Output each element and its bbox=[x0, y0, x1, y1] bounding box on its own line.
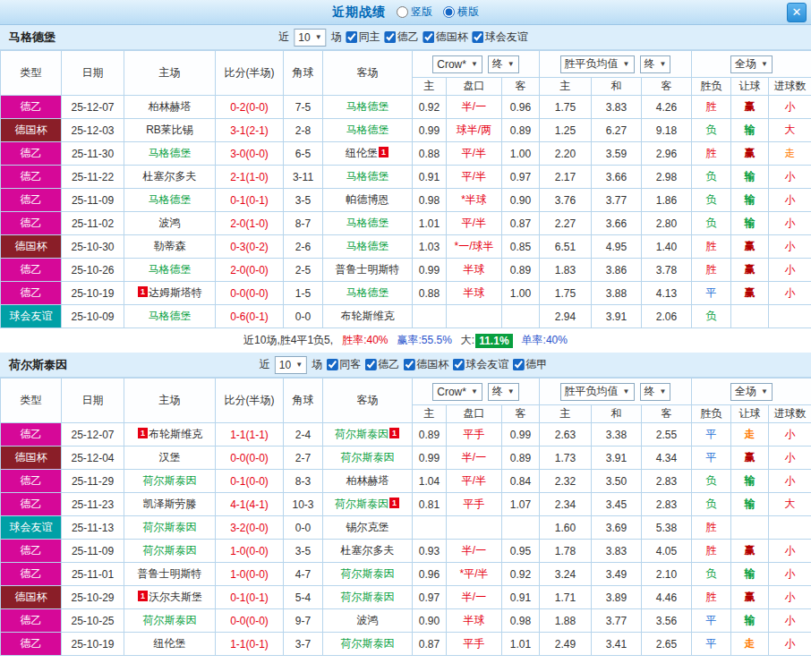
corner-score: 10-3 bbox=[284, 493, 323, 516]
final-avg-dropdown[interactable]: 终 ▼ bbox=[640, 383, 671, 401]
team-name-text: 普鲁士明斯特 bbox=[336, 263, 400, 276]
radio-horizontal-input[interactable] bbox=[443, 6, 455, 18]
odds-away: 0.85 bbox=[502, 235, 540, 259]
league-badge: 球会友谊 bbox=[1, 516, 62, 540]
checkbox-input[interactable] bbox=[423, 31, 435, 43]
layout-radio-vertical[interactable]: 竖版 bbox=[397, 4, 432, 20]
avg-odds-dropdown[interactable]: 胜平负均值 ▼ bbox=[560, 383, 635, 401]
avg-draw-odds: 3.77 bbox=[592, 609, 642, 633]
table-row: 德乙25-11-02波鸿2-0(1-0)8-7马格德堡1.01平/半0.872.… bbox=[1, 212, 811, 235]
match-count-dropdown[interactable]: 10 ▼ bbox=[294, 29, 326, 47]
checkbox-input[interactable] bbox=[473, 31, 484, 43]
col-result-goals: 进球数 bbox=[769, 405, 811, 423]
match-score: 1-0(0-0) bbox=[216, 540, 284, 563]
matches-body: 德乙25-12-07柏林赫塔0-2(0-0)7-5马格德堡0.92半/一0.96… bbox=[1, 96, 811, 328]
avg-draw-odds: 3.59 bbox=[592, 142, 642, 166]
table-row: 德乙25-11-01普鲁士明斯特1-0(0-0)4-7荷尔斯泰因0.96*平/半… bbox=[1, 563, 811, 586]
filter-checkbox[interactable]: 同主 bbox=[346, 30, 380, 45]
away-team: 马格德堡 bbox=[323, 166, 413, 189]
filter-checkbox[interactable]: 同客 bbox=[327, 357, 361, 372]
checkbox-input[interactable] bbox=[365, 359, 377, 370]
odds-handicap: 球半/两 bbox=[447, 119, 502, 142]
final-odds-dropdown[interactable]: 终 ▼ bbox=[488, 55, 519, 73]
checkbox-input[interactable] bbox=[385, 31, 397, 43]
col-avg-away: 客 bbox=[642, 405, 692, 423]
odds-handicap: 平手 bbox=[447, 423, 502, 447]
table-row: 德国杯25-12-04汉堡0-0(0-0)2-7荷尔斯泰因0.99半/一0.89… bbox=[1, 447, 811, 470]
away-team: 荷尔斯泰因 bbox=[323, 586, 413, 609]
avg-home-odds: 1.75 bbox=[540, 282, 592, 305]
checkbox-input[interactable] bbox=[404, 359, 415, 370]
layout-radio-horizontal[interactable]: 横版 bbox=[443, 4, 479, 20]
odds-home: 0.99 bbox=[413, 259, 447, 282]
result-handicap: 走 bbox=[731, 633, 769, 656]
radio-vertical-input[interactable] bbox=[397, 6, 408, 18]
result-handicap: 赢 bbox=[731, 235, 769, 259]
corner-score: 8-7 bbox=[284, 212, 323, 235]
result-handicap: 输 bbox=[731, 119, 769, 142]
avg-away-odds: 4.05 bbox=[642, 540, 692, 563]
filter-checkbox[interactable]: 德国杯 bbox=[423, 30, 468, 45]
avg-draw-odds: 3.86 bbox=[592, 259, 642, 282]
filter-checkbox[interactable]: 德甲 bbox=[513, 357, 547, 372]
close-button[interactable]: ✕ bbox=[787, 3, 807, 22]
match-count-dropdown[interactable]: 10 ▼ bbox=[275, 356, 307, 374]
col-type: 类型 bbox=[1, 51, 62, 96]
checkbox-input[interactable] bbox=[453, 359, 465, 370]
result-group-header: 全场 ▼ bbox=[692, 379, 811, 405]
match-date: 25-12-07 bbox=[62, 96, 124, 119]
corner-score: 3-5 bbox=[284, 540, 323, 563]
corner-score: 6-5 bbox=[284, 142, 323, 166]
odds-home: 1.03 bbox=[413, 235, 447, 259]
avg-draw-odds: 3.45 bbox=[592, 493, 642, 516]
corner-score: 7-5 bbox=[284, 96, 323, 119]
avg-odds-dropdown[interactable]: 胜平负均值 ▼ bbox=[560, 55, 635, 73]
away-team: 马格德堡 bbox=[323, 235, 413, 259]
filter-checkbox[interactable]: 德乙 bbox=[365, 357, 399, 372]
result-handicap: 赢 bbox=[731, 447, 769, 470]
odds-away bbox=[502, 305, 540, 328]
league-badge: 德乙 bbox=[1, 540, 62, 563]
match-date: 25-11-13 bbox=[62, 516, 124, 540]
filter-checkbox[interactable]: 德国杯 bbox=[404, 357, 448, 372]
red-card-badge: 1 bbox=[138, 286, 148, 297]
avg-away-odds: 2.65 bbox=[642, 633, 692, 656]
away-team: 纽伦堡1 bbox=[323, 142, 413, 166]
filter-checkbox[interactable]: 球会友谊 bbox=[453, 357, 508, 372]
odds-handicap: 半/一 bbox=[447, 540, 502, 563]
team-name-text: 马格德堡 bbox=[346, 217, 389, 229]
table-row: 球会友谊25-11-13荷尔斯泰因3-2(0-0)0-0锡尔克堡1.603.69… bbox=[1, 516, 811, 540]
corner-score: 2-4 bbox=[284, 423, 323, 447]
team-name-text: 布轮斯维克 bbox=[341, 310, 395, 322]
match-date: 25-11-01 bbox=[62, 563, 124, 586]
avg-home-odds: 2.34 bbox=[540, 493, 592, 516]
col-odds-home: 主 bbox=[413, 78, 447, 96]
checkbox-input[interactable] bbox=[327, 359, 338, 370]
checkbox-input[interactable] bbox=[346, 31, 358, 43]
result-goals: 走 bbox=[769, 142, 811, 166]
result-handicap: 输 bbox=[731, 609, 769, 633]
filter-checkbox[interactable]: 球会友谊 bbox=[473, 30, 528, 45]
final-odds-dropdown[interactable]: 终 ▼ bbox=[488, 383, 519, 401]
radio-horizontal-label: 横版 bbox=[457, 4, 479, 20]
table-row: 德乙25-10-191达姆斯塔特0-0(0-0)1-5马格德堡0.88半球1.0… bbox=[1, 282, 811, 305]
checkbox-input[interactable] bbox=[513, 359, 525, 370]
team-name-text: 马格德堡 bbox=[149, 310, 192, 322]
avg-home-odds: 3.76 bbox=[540, 189, 592, 212]
corner-score: 9-7 bbox=[284, 609, 323, 633]
avg-home-odds: 2.49 bbox=[540, 633, 592, 656]
odds-away: 0.84 bbox=[502, 470, 540, 493]
final-avg-dropdown[interactable]: 终 ▼ bbox=[640, 55, 671, 73]
section-holstein: 荷尔斯泰因 近 10 ▼ 场 同客德乙德国杯球会友谊德甲 类型 bbox=[0, 353, 811, 656]
match-score: 1-1(1-1) bbox=[216, 423, 284, 447]
odds-company-dropdown[interactable]: Crow* ▼ bbox=[432, 55, 482, 73]
matches-table: 类型 日期 主场 比分(半场) 角球 客场 Crow* ▼ 终 bbox=[0, 50, 811, 328]
avg-home-odds: 2.94 bbox=[540, 305, 592, 328]
filter-checkbox[interactable]: 德乙 bbox=[385, 30, 419, 45]
home-team: 1沃尔夫斯堡 bbox=[124, 586, 216, 609]
away-team: 荷尔斯泰因 bbox=[323, 633, 413, 656]
scope-dropdown[interactable]: 全场 ▼ bbox=[730, 383, 773, 401]
scope-dropdown[interactable]: 全场 ▼ bbox=[730, 55, 773, 73]
avg-draw-odds: 3.91 bbox=[592, 447, 642, 470]
odds-company-dropdown[interactable]: Crow* ▼ bbox=[432, 383, 482, 401]
